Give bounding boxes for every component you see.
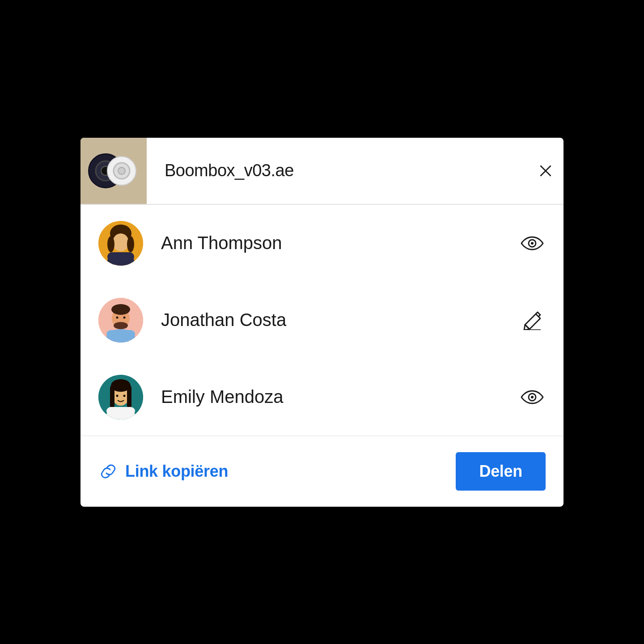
file-title-area: Boombox_v03.ae	[147, 161, 528, 180]
svg-point-33	[116, 394, 119, 397]
view-permission-emily[interactable]	[519, 384, 546, 411]
svg-point-36	[531, 396, 534, 398]
svg-point-11	[107, 236, 114, 252]
eye-icon-ann	[521, 235, 544, 251]
eye-icon-emily	[521, 389, 544, 405]
avatar-jonathan-illustration	[98, 298, 143, 343]
share-button[interactable]: Delen	[456, 452, 546, 491]
svg-point-16	[531, 242, 534, 245]
collaborator-item: Ann Thompson	[98, 205, 546, 282]
svg-rect-29	[110, 386, 114, 408]
svg-point-19	[111, 304, 130, 315]
svg-rect-30	[127, 386, 131, 408]
svg-rect-22	[106, 330, 135, 338]
avatar-ann-illustration	[98, 221, 143, 266]
avatar-ann-thompson	[98, 221, 143, 266]
file-thumbnail	[80, 138, 147, 204]
close-icon	[538, 163, 554, 179]
svg-point-24	[123, 316, 126, 318]
svg-point-10	[113, 233, 129, 251]
svg-point-5	[118, 167, 125, 174]
share-modal: Boombox_v03.ae	[80, 138, 564, 507]
pencil-icon-jonathan	[521, 310, 544, 330]
svg-rect-32	[106, 407, 135, 415]
collaborator-item: Emily Mendoza	[98, 359, 546, 436]
svg-point-12	[127, 236, 134, 252]
close-button[interactable]	[528, 138, 564, 204]
share-button-label: Delen	[479, 462, 522, 480]
collaborator-name-ann: Ann Thompson	[161, 233, 519, 253]
link-icon	[98, 462, 118, 481]
svg-point-34	[123, 394, 126, 397]
avatar-jonathan-costa	[98, 298, 143, 343]
svg-rect-14	[107, 252, 134, 261]
copy-link-button[interactable]: Link kopiëren	[98, 462, 228, 481]
avatar-emily-illustration	[98, 375, 143, 419]
collaborator-name-jonathan: Jonathan Costa	[161, 310, 519, 330]
svg-point-23	[116, 316, 119, 318]
edit-permission-jonathan[interactable]	[519, 307, 546, 334]
copy-link-label: Link kopiëren	[125, 462, 228, 481]
thumbnail-visual	[80, 138, 147, 204]
avatar-emily-mendoza	[98, 375, 143, 419]
collaborator-item: Jonathan Costa	[98, 282, 546, 359]
collaborators-list: Ann Thompson	[80, 205, 564, 436]
file-title: Boombox_v03.ae	[165, 161, 294, 180]
svg-point-20	[114, 322, 128, 329]
view-permission-ann[interactable]	[519, 230, 546, 257]
collaborator-name-emily: Emily Mendoza	[161, 387, 519, 407]
modal-header: Boombox_v03.ae	[80, 138, 564, 204]
modal-footer: Link kopiëren Delen	[80, 436, 564, 507]
boombox-illustration	[87, 148, 140, 193]
